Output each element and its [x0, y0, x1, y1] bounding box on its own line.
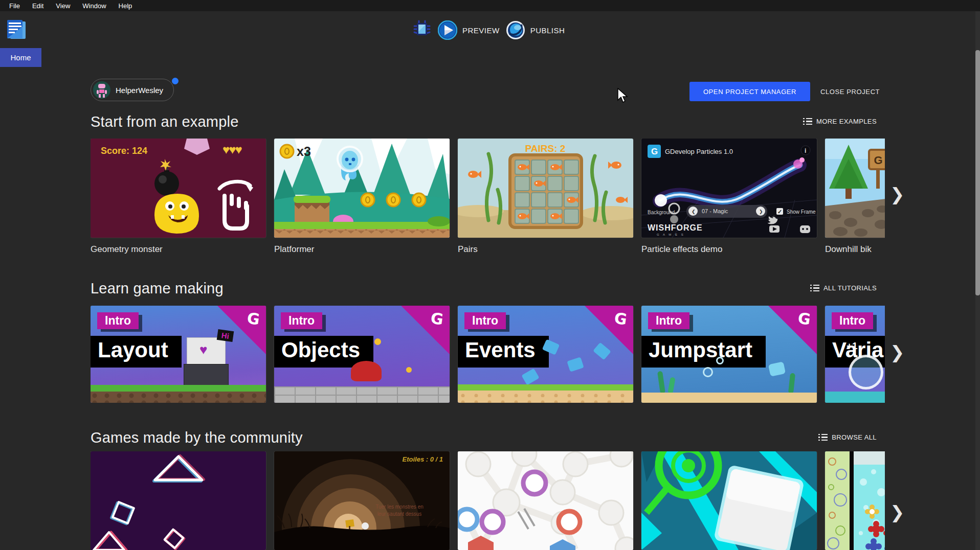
preview-label: PREVIEW [462, 26, 500, 35]
menu-file[interactable]: File [3, 1, 26, 11]
grass-strip [458, 384, 633, 391]
plus-one-label: +1 [847, 340, 858, 352]
examples-next-chevron[interactable]: ❯ [890, 186, 905, 203]
user-profile-chip[interactable]: HelperWesley [91, 79, 174, 101]
publish-globe-icon [506, 20, 525, 40]
svg-text:Etoiles : 0 / 1: Etoiles : 0 / 1 [403, 455, 443, 463]
example-card-geometry-monster[interactable]: Score: 124 ♥♥♥ [91, 139, 266, 257]
community-card-bubbles[interactable] [825, 451, 885, 550]
grass-strip [91, 385, 266, 392]
community-card-teal-rings[interactable] [641, 451, 817, 550]
svg-text:leur sautant dessus: leur sautant dessus [377, 511, 422, 517]
card-title: Downhill bik [825, 244, 885, 255]
tutorial-title: Jumpstart [641, 336, 766, 368]
svg-text:x3: x3 [297, 144, 311, 158]
menu-view[interactable]: View [50, 1, 76, 11]
teal-rings-thumbnail [641, 451, 817, 550]
example-card-particle-effects[interactable]: G GDevelop Particles 1.0 i Background ❮ … [641, 139, 817, 257]
neon-shapes-thumbnail [91, 451, 266, 550]
fish-sprite [768, 361, 786, 377]
menu-bar: File Edit View Window Help [0, 0, 980, 11]
bubble [716, 357, 724, 364]
svg-text:Show Frame: Show Frame [787, 209, 816, 215]
intro-tag: Intro [832, 312, 873, 329]
svg-text:i: i [805, 147, 806, 154]
svg-text:G A M E S: G A M E S [657, 233, 685, 236]
close-project-button[interactable]: CLOSE PROJECT [817, 82, 883, 101]
tutorial-card-variables[interactable]: G Intro Variab +1 [825, 306, 885, 403]
gdevelop-window: File Edit View Window Help [0, 0, 980, 550]
tutorial-card-events[interactable]: G Intro Events [458, 306, 633, 403]
tutorial-card-layout[interactable]: G Intro Layout ♥ Hi [91, 306, 266, 403]
publish-label: PUBLISH [530, 26, 565, 35]
seaweed [667, 377, 675, 394]
objects-panel [184, 364, 229, 387]
list-icon [803, 118, 812, 125]
tab-home[interactable]: Home [0, 48, 41, 67]
community-card-hex-puzzle[interactable] [458, 451, 633, 550]
menu-edit[interactable]: Edit [26, 1, 50, 11]
example-card-downhill[interactable]: G Downhill bik [825, 139, 885, 257]
toolbar: PREVIEW PUBLISH [412, 19, 565, 41]
sand-strip [458, 391, 633, 403]
hi-label: Hi [217, 329, 234, 342]
svg-text:07 - Magic: 07 - Magic [702, 208, 728, 214]
scrollbar-thumb[interactable] [975, 50, 980, 295]
bee [374, 338, 381, 345]
community-section-title: Games made by the community [91, 429, 303, 446]
card-title: Geometry monster [91, 244, 266, 255]
example-card-pairs[interactable]: PAIRS: 2 [458, 139, 633, 257]
tutorial-title: Events [458, 336, 549, 368]
username: HelperWesley [116, 86, 163, 95]
tutorials-card-row: G Intro Layout ♥ Hi G Intro Objects [91, 306, 885, 403]
svg-text:❯: ❯ [759, 209, 763, 215]
stone-strip [274, 386, 450, 403]
svg-text:WISHFORGE: WISHFORGE [648, 223, 703, 232]
menu-help[interactable]: Help [113, 1, 139, 11]
tutorial-card-objects[interactable]: G Intro Objects [274, 306, 450, 403]
community-card-sunset[interactable]: Etoiles : 0 / 1 Tuer les monstres en leu… [274, 451, 450, 550]
pairs-thumbnail: PAIRS: 2 [458, 139, 633, 238]
open-project-manager-button[interactable]: OPEN PROJECT MANAGER [689, 82, 810, 101]
sunset-thumbnail: Etoiles : 0 / 1 Tuer les monstres en leu… [274, 451, 450, 550]
fish-sprite [567, 357, 584, 372]
intro-tag: Intro [648, 312, 689, 329]
coins [361, 193, 426, 207]
tutorials-next-chevron[interactable]: ❯ [890, 343, 905, 361]
svg-text:GDevelop Particles 1.0: GDevelop Particles 1.0 [665, 148, 733, 155]
preview-button[interactable]: PREVIEW [438, 20, 500, 40]
example-card-platformer[interactable]: x3 Platformer [274, 139, 450, 257]
publish-button[interactable]: PUBLISH [506, 20, 565, 40]
notification-dot [172, 78, 179, 84]
list-icon [810, 285, 819, 292]
svg-text:G: G [651, 147, 658, 156]
debug-icon[interactable] [412, 19, 432, 41]
menu-window[interactable]: Window [76, 1, 112, 11]
all-tutorials-link[interactable]: ALL TUTORIALS [810, 284, 877, 292]
particle-demo-thumbnail: G GDevelop Particles 1.0 i Background ❮ … [641, 139, 817, 238]
intro-tag: Intro [97, 312, 139, 329]
card-board [510, 155, 582, 227]
tutorials-section-title: Learn game making [91, 280, 224, 297]
svg-text:✓: ✓ [777, 209, 782, 215]
water-strip [825, 392, 885, 403]
svg-text:G: G [874, 154, 882, 167]
browse-all-link[interactable]: BROWSE ALL [818, 433, 877, 441]
card-title: Platformer [274, 244, 450, 255]
card-title: Pairs [458, 244, 633, 255]
tutorial-card-jumpstart[interactable]: G Intro Jumpstart [641, 306, 817, 403]
play-icon [438, 20, 457, 40]
tutorial-title: Layout [91, 336, 182, 368]
bee [406, 367, 412, 373]
geometry-monster-thumbnail: Score: 124 ♥♥♥ [91, 139, 266, 238]
more-examples-link[interactable]: MORE EXAMPLES [803, 118, 877, 125]
splash-circle [849, 355, 883, 389]
card-title: Particle effects demo [641, 244, 817, 255]
seaweed [657, 371, 665, 394]
community-card-row: Etoiles : 0 / 1 Tuer les monstres en leu… [91, 451, 885, 550]
gdevelop-logo-icon [5, 18, 28, 41]
svg-text:Tuer les monstres en: Tuer les monstres en [375, 504, 424, 510]
community-next-chevron[interactable]: ❯ [890, 503, 905, 521]
community-card-neon-shapes[interactable] [91, 451, 266, 550]
examples-card-row: Score: 124 ♥♥♥ [91, 139, 885, 257]
